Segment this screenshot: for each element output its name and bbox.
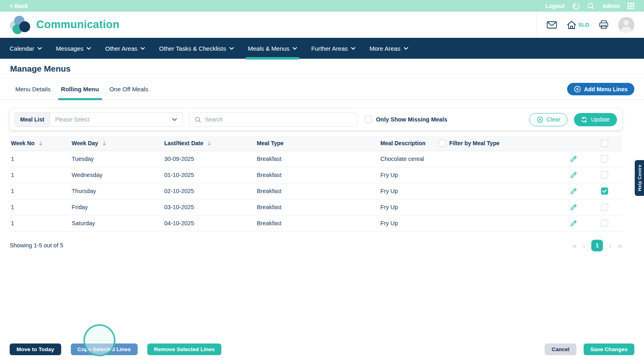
row-select-checkbox[interactable] [601, 220, 608, 227]
chevron-down-icon [87, 47, 91, 50]
admin-link[interactable]: Admin [602, 3, 620, 9]
menu-row: 1Wednesday01-10-2025BreakfastFry Up [10, 167, 622, 183]
next-page-button[interactable]: › [609, 242, 611, 249]
main-nav: CalendarMessagesOther AreasOther Tasks &… [0, 38, 644, 59]
cancel-button[interactable]: Cancel [545, 343, 576, 355]
cell-last-next-date: 03-10-2025 [164, 199, 257, 215]
cell-week-no: 1 [10, 183, 72, 199]
meal-list-select[interactable]: Meal List Please Select [14, 112, 183, 127]
row-select-checkbox[interactable] [601, 204, 608, 211]
tabs-row: Menu DetailsRolling MenuOne Off Meals Ad… [0, 79, 644, 100]
avatar[interactable] [618, 17, 634, 33]
nav-item-calendar[interactable]: Calendar [10, 38, 42, 59]
cell-week-day: Thursday [72, 183, 164, 199]
edit-row-button[interactable] [569, 171, 578, 179]
brand: Communication [10, 15, 120, 35]
chevron-down-icon [351, 47, 355, 50]
meal-list-label: Meal List [15, 113, 50, 126]
logout-link[interactable]: Logout [545, 3, 564, 9]
cell-week-no: 1 [10, 151, 72, 167]
cell-week-day: Saturday [72, 215, 164, 231]
check-icon [602, 189, 607, 193]
filter-bar: Meal List Please Select Only Show Missin… [10, 109, 622, 130]
search-icon[interactable] [587, 2, 594, 10]
tab-one-off-meals[interactable]: One Off Meals [109, 79, 148, 99]
tab-menu-details[interactable]: Menu Details [15, 79, 51, 99]
messages-envelope-icon[interactable] [547, 21, 557, 29]
add-menu-lines-button[interactable]: Add Menu Lines [567, 83, 634, 95]
sort-desc-icon[interactable] [207, 141, 212, 146]
nav-item-messages[interactable]: Messages [56, 38, 91, 59]
home-icon [567, 21, 576, 29]
missing-meals-checkbox[interactable] [365, 116, 372, 123]
filter-by-meal-type-checkbox[interactable] [438, 140, 446, 147]
nav-item-label: Calendar [10, 45, 34, 52]
column-header-meal-description: Meal Description [380, 136, 438, 151]
row-select-checkbox[interactable] [601, 171, 608, 179]
nav-item-further-areas[interactable]: Further Areas [311, 38, 355, 59]
sort-desc-icon[interactable] [38, 141, 43, 146]
select-all-checkbox[interactable] [601, 140, 608, 147]
pencil-icon [569, 171, 578, 179]
column-header-filter-by-meal-type: Filter by Meal Type [438, 136, 559, 151]
circle-x-icon [537, 116, 543, 123]
last-page-button[interactable]: » [617, 242, 622, 249]
only-show-missing-meals-toggle[interactable]: Only Show Missing Meals [365, 116, 447, 123]
update-button[interactable]: Update [574, 113, 617, 126]
top-utility-bar: < Back Logout Admin [0, 0, 644, 12]
move-to-today-button[interactable]: Move to Today [10, 343, 61, 355]
footer-actions: Move to Today Copy Selected Lines Remove… [0, 343, 644, 355]
nav-item-other-tasks-checklists[interactable]: Other Tasks & Checklists [159, 38, 233, 59]
column-header-select-all [587, 136, 622, 151]
cell-meal-type: Breakfast [257, 199, 380, 215]
chevron-down-icon [140, 47, 145, 50]
column-header-last-next-date[interactable]: Last/Next Date [164, 136, 257, 151]
logout-icon[interactable] [572, 2, 580, 10]
table-header: Week NoWeek DayLast/Next DateMeal TypeMe… [10, 136, 622, 151]
nav-item-other-areas[interactable]: Other Areas [105, 38, 145, 59]
current-page-button[interactable]: 1 [591, 240, 603, 251]
edit-row-button[interactable] [569, 155, 578, 163]
back-link[interactable]: < Back [10, 3, 28, 9]
chevron-down-icon [404, 47, 408, 50]
cell-meal-description: Fry Up [380, 199, 438, 215]
clear-button[interactable]: Clear [529, 113, 568, 126]
first-page-button[interactable]: « [572, 242, 577, 249]
edit-row-button[interactable] [569, 187, 578, 195]
search-input[interactable] [205, 116, 352, 123]
apps-grid-icon[interactable] [627, 2, 634, 9]
pagination: « ‹ 1 › » [572, 240, 622, 251]
nav-item-more-areas[interactable]: More Areas [369, 38, 408, 59]
prev-page-button[interactable]: ‹ [583, 242, 585, 249]
menu-row: 1Tuesday30-09-2025BreakfastChocolate cer… [10, 151, 622, 167]
edit-row-button[interactable] [569, 219, 578, 228]
table-body: 1Tuesday30-09-2025BreakfastChocolate cer… [10, 151, 622, 231]
edit-row-button[interactable] [569, 203, 578, 212]
table-footer: Showing 1-5 out of 5 « ‹ 1 › » [10, 240, 622, 251]
page-title: Manage Menus [10, 64, 71, 74]
copy-selected-lines-button[interactable]: Copy Selected Lines [71, 343, 138, 355]
save-changes-button[interactable]: Save Changes [584, 343, 634, 355]
sort-desc-icon[interactable] [102, 141, 107, 146]
column-header-week-no[interactable]: Week No [10, 136, 72, 151]
chevron-down-icon [229, 47, 234, 50]
menu-row: 1Friday03-10-2025BreakfastFry Up [10, 199, 622, 215]
nav-item-label: Meals & Menus [248, 45, 289, 52]
nav-item-meals-menus[interactable]: Meals & Menus [248, 38, 297, 59]
app-header: Communication SLO [0, 12, 644, 38]
row-select-checkbox[interactable] [601, 155, 608, 162]
nav-item-label: Other Tasks & Checklists [159, 45, 226, 52]
cell-week-day: Friday [72, 199, 164, 215]
column-header-week-day[interactable]: Week Day [72, 136, 164, 151]
cell-last-next-date: 02-10-2025 [164, 183, 257, 199]
home-link[interactable]: SLO [567, 21, 589, 29]
cell-last-next-date: 01-10-2025 [164, 167, 257, 183]
row-select-checkbox[interactable] [601, 187, 608, 195]
pencil-icon [569, 187, 578, 195]
help-centre-tab[interactable]: Help Centre [635, 160, 644, 196]
print-icon[interactable] [599, 20, 609, 29]
tab-rolling-menu[interactable]: Rolling Menu [61, 79, 99, 99]
app-logo-icon [10, 15, 31, 35]
cell-last-next-date: 30-09-2025 [164, 151, 257, 167]
remove-selected-lines-button[interactable]: Remove Selected Lines [147, 343, 222, 355]
